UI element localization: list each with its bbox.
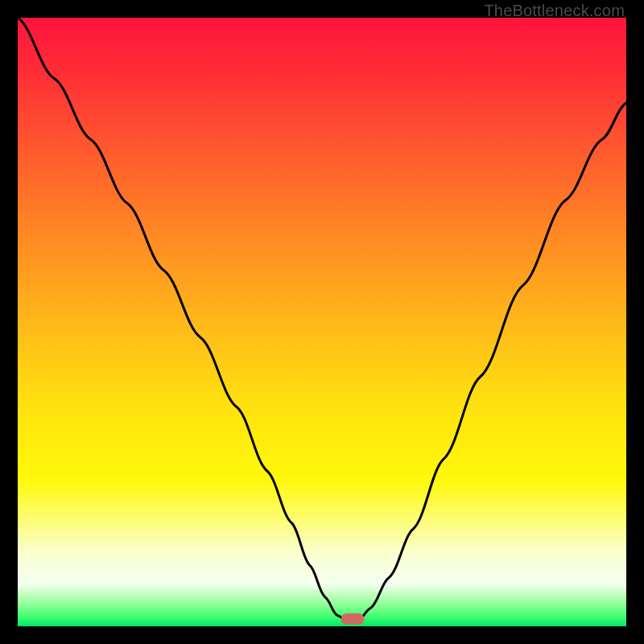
chart-curve-left-branch bbox=[18, 18, 346, 620]
chart-curve-layer bbox=[18, 18, 626, 626]
watermark-text: TheBottleneck.com bbox=[484, 2, 625, 20]
chart-plot-area bbox=[18, 18, 626, 626]
chart-curve-right-branch bbox=[358, 103, 626, 621]
chart-minimum-marker bbox=[341, 613, 364, 625]
